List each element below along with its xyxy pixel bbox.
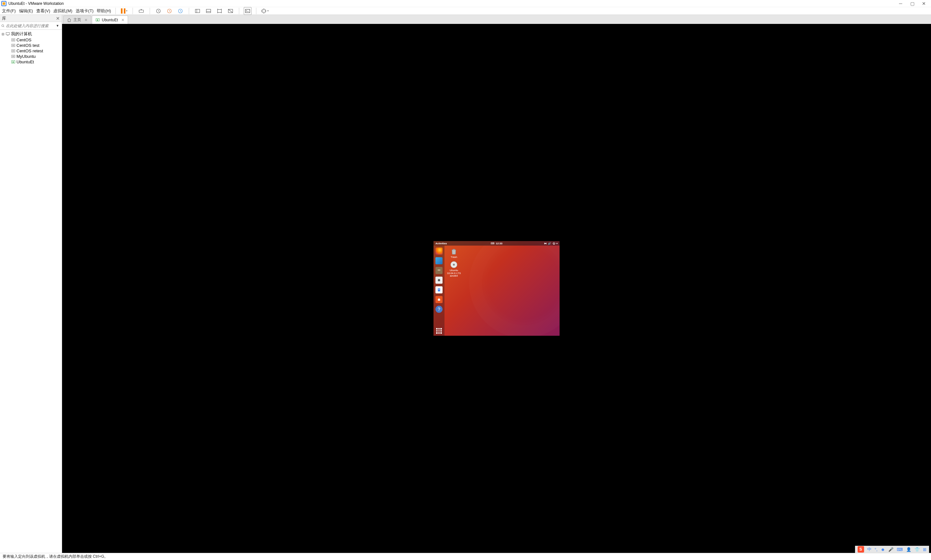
svg-rect-26 [12, 55, 15, 57]
sidebar-icon [195, 8, 200, 14]
files-icon[interactable] [435, 267, 443, 274]
tab-close-home[interactable]: ✕ [85, 18, 88, 22]
clock-area[interactable]: ⌨ 12:33 [491, 242, 502, 245]
gnome-dock: ? [434, 246, 445, 336]
close-library-button[interactable]: ✕ [56, 16, 60, 21]
tab-close-vm[interactable]: ✕ [121, 18, 125, 22]
svg-rect-17 [6, 32, 10, 35]
menu-edit[interactable]: 编辑(E) [19, 8, 33, 14]
menu-file[interactable]: 文件(F) [2, 8, 16, 14]
svg-rect-32 [438, 270, 440, 271]
tab-ubuntuet[interactable]: UbuntuEt ✕ [92, 15, 128, 24]
tree-item-label: CentOS [17, 37, 31, 42]
desktop-disc-label: Ubuntu 18.04.6 LTS amd64 [446, 269, 461, 278]
tree-item-centos-retest[interactable]: CentOS retest [0, 48, 62, 54]
menu-view[interactable]: 查看(V) [36, 8, 50, 14]
tree-item-ubuntuet[interactable]: UbuntuEt [0, 59, 62, 65]
ime-skin-icon[interactable]: 👕 [914, 547, 920, 552]
tree-root-my-computer[interactable]: ⊟ 我的计算机 [0, 31, 62, 37]
maximize-button[interactable]: ▢ [906, 0, 918, 7]
computer-icon [6, 32, 10, 36]
ubuntu-software-icon[interactable] [435, 296, 443, 303]
divider [239, 8, 239, 14]
gnome-desktop-area[interactable]: Trash Ubuntu 18.04.6 LTS amd64 [445, 246, 560, 336]
search-dropdown-button[interactable]: ▼ [55, 24, 60, 28]
tree-root-label: 我的计算机 [11, 31, 32, 37]
firefox-icon[interactable] [435, 248, 443, 255]
sogou-ime-icon[interactable]: S [858, 546, 864, 552]
close-button[interactable]: ✕ [918, 0, 930, 7]
vm-icon [11, 54, 15, 59]
help-icon[interactable]: ? [435, 306, 443, 313]
power-icon: ⏻ [552, 242, 555, 245]
thunderbird-icon[interactable] [435, 257, 443, 264]
tree-item-myubuntu[interactable]: MyUbuntu [0, 54, 62, 59]
ime-toolbox-icon[interactable]: ⊞ [923, 547, 926, 552]
menu-vm[interactable]: 虚拟机(M) [53, 8, 72, 14]
minimize-button[interactable]: ─ [895, 0, 906, 7]
clock-warn-icon [166, 8, 172, 14]
show-sidebar-button[interactable] [194, 7, 202, 15]
desktop-disc[interactable]: Ubuntu 18.04.6 LTS amd64 [446, 261, 461, 278]
ime-emoji-icon[interactable]: ☻ [880, 547, 885, 552]
search-icon [1, 24, 5, 28]
ime-bar[interactable]: S 中 °, ☻ 🎤 ⌨ 👤 👕 ⊞ [855, 546, 929, 553]
svg-line-16 [3, 26, 4, 27]
revert-snapshot-button[interactable] [166, 7, 173, 15]
collapse-icon[interactable]: ⊟ [1, 32, 5, 36]
tab-vm-label: UbuntuEt [102, 18, 118, 22]
svg-rect-20 [12, 39, 15, 40]
vm-icon [11, 43, 15, 48]
ime-softkbd-icon[interactable]: ⌨ [897, 547, 903, 552]
tab-home[interactable]: 主页 ✕ [63, 15, 91, 24]
menubar: 文件(F) 编辑(E) 查看(V) 虚拟机(M) 选项卡(T) 帮助(H) ▾ [0, 7, 931, 15]
ime-voice-icon[interactable]: 🎤 [888, 547, 894, 552]
fullscreen-button[interactable] [215, 7, 223, 15]
bottom-panel-icon [206, 8, 211, 14]
tree-item-centos[interactable]: CentOS [0, 37, 62, 43]
guest-desktop[interactable]: Activities ⌨ 12:33 ⧓ 🔊 ⏻ ▾ [434, 241, 560, 336]
chevron-down-icon[interactable]: ▾ [267, 9, 269, 12]
tab-row: 主页 ✕ UbuntuEt ✕ [62, 15, 931, 24]
pause-button[interactable]: ▾ [120, 7, 128, 15]
rhythmbox-icon[interactable] [435, 277, 443, 284]
show-console-button[interactable] [205, 7, 212, 15]
vm-viewport[interactable]: Activities ⌨ 12:33 ⧓ 🔊 ⏻ ▾ [62, 24, 931, 553]
send-ctrl-alt-del-button[interactable] [137, 7, 145, 15]
library-search-input[interactable] [6, 24, 55, 28]
menu-help[interactable]: 帮助(H) [97, 8, 111, 14]
svg-marker-28 [12, 61, 14, 63]
menu-tabs[interactable]: 选项卡(T) [75, 8, 94, 14]
gnome-topbar[interactable]: Activities ⌨ 12:33 ⧓ 🔊 ⏻ ▾ [434, 241, 560, 246]
desktop-trash[interactable]: Trash [446, 248, 461, 259]
expand-icon [217, 8, 222, 14]
ime-punct-icon[interactable]: °, [875, 547, 878, 552]
status-area[interactable]: ⧓ 🔊 ⏻ ▾ [544, 242, 558, 245]
vm-icon [11, 49, 15, 53]
ime-user-icon[interactable]: 👤 [906, 547, 911, 552]
disc-icon [450, 261, 458, 269]
tree-item-centos-test[interactable]: CentOS test [0, 43, 62, 48]
library-sidebar: 库 ✕ ▼ ⊟ 我的计算机 CentOS [0, 15, 62, 553]
keyboard-indicator-icon: ⌨ [491, 242, 495, 245]
app-icon [1, 1, 6, 6]
home-icon [67, 18, 71, 22]
show-applications-button[interactable] [436, 328, 442, 334]
tree-item-label: MyUbuntu [17, 54, 35, 59]
snapshot-button[interactable] [154, 7, 162, 15]
keyboard-icon [138, 8, 144, 14]
stretch-guest-button[interactable]: ▾ [261, 7, 269, 15]
console-view-button[interactable] [244, 7, 251, 15]
fit-icon [261, 8, 267, 14]
unity-button[interactable] [226, 7, 234, 15]
activities-button[interactable]: Activities [435, 242, 447, 245]
terminal-icon [245, 8, 251, 14]
libreoffice-writer-icon[interactable] [435, 286, 443, 294]
ime-lang-indicator[interactable]: 中 [867, 546, 871, 552]
svg-rect-8 [206, 9, 211, 12]
library-header: 库 ✕ [0, 15, 62, 22]
pause-icon [121, 8, 125, 14]
chevron-down-icon[interactable]: ▾ [126, 9, 127, 12]
snapshot-manager-button[interactable] [177, 7, 184, 15]
svg-rect-22 [12, 45, 15, 46]
